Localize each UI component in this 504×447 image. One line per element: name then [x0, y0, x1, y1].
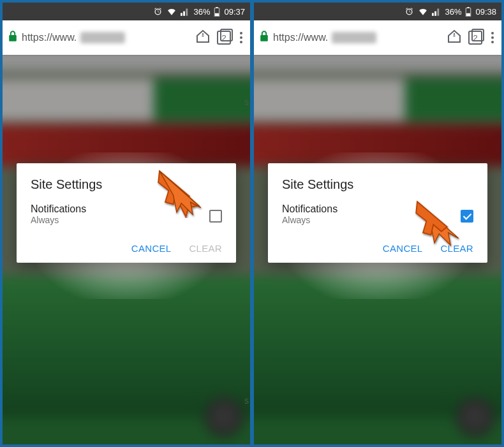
tab-count: 2	[221, 33, 226, 43]
svg-rect-6	[466, 13, 470, 16]
browser-toolbar: https://www. 2	[3, 20, 250, 55]
url-text: https://www.	[273, 32, 328, 43]
wifi-icon	[418, 8, 428, 16]
url-redacted	[332, 32, 376, 43]
url-text: https://www.	[22, 32, 77, 43]
svg-rect-2	[215, 13, 219, 16]
battery-icon	[465, 7, 471, 17]
menu-icon[interactable]	[237, 29, 245, 46]
menu-icon[interactable]	[489, 29, 496, 46]
phone-screen-right: 36% 09:38 https://www. 2 Site Settings N…	[254, 3, 501, 444]
notifications-label: Notifications	[31, 203, 86, 215]
pointer-arrow	[406, 191, 463, 249]
tabs-icon[interactable]: 2	[468, 31, 482, 45]
tab-count: 2	[473, 33, 477, 43]
status-bar: 36% 09:37	[3, 3, 250, 20]
url-bar[interactable]: https://www.	[259, 31, 440, 45]
notifications-checkbox[interactable]	[209, 210, 222, 223]
dialog-actions: CANCEL CLEAR	[31, 243, 222, 254]
lock-icon	[259, 31, 269, 45]
home-icon[interactable]	[195, 29, 211, 47]
clock-time: 09:37	[224, 7, 245, 17]
svg-rect-1	[216, 7, 218, 8]
clock-time: 09:38	[475, 7, 496, 17]
url-bar[interactable]: https://www.	[8, 31, 189, 45]
notifications-sublabel: Always	[31, 215, 86, 225]
svg-rect-7	[260, 35, 268, 41]
lock-icon	[8, 31, 18, 45]
notifications-label: Notifications	[282, 203, 337, 215]
cancel-button[interactable]: CANCEL	[131, 243, 172, 254]
alarm-icon	[404, 7, 414, 17]
signal-icon	[432, 8, 441, 16]
signal-icon	[181, 8, 189, 16]
dialog-title: Site Settings	[282, 177, 473, 192]
browser-toolbar: https://www. 2	[254, 20, 501, 55]
battery-percent: 36%	[193, 7, 210, 17]
svg-rect-3	[9, 35, 17, 41]
svg-rect-5	[468, 7, 470, 8]
battery-percent: 36%	[445, 7, 461, 17]
alarm-icon	[153, 7, 163, 17]
pointer-arrow	[148, 161, 205, 218]
phone-screen-left: 36% 09:37 https://www. 2 s s Site Settin…	[3, 3, 250, 444]
decoration: s	[244, 395, 249, 406]
clear-button: CLEAR	[189, 243, 222, 254]
tabs-icon[interactable]: 2	[217, 31, 231, 45]
url-redacted	[80, 32, 125, 43]
battery-icon	[214, 7, 220, 17]
wifi-icon	[167, 8, 177, 16]
home-icon[interactable]	[447, 29, 462, 47]
status-bar: 36% 09:38	[254, 3, 501, 20]
decoration: s	[244, 97, 249, 107]
notifications-sublabel: Always	[282, 215, 337, 225]
